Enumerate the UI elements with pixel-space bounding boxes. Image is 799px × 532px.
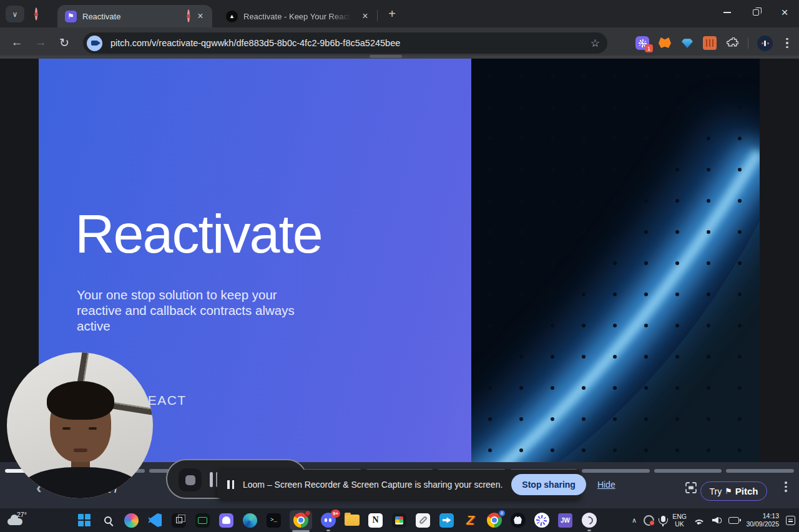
- edge-icon: [243, 513, 257, 528]
- ms-store-app[interactable]: [391, 513, 407, 528]
- minimize-button[interactable]: [713, 0, 742, 25]
- edge-app[interactable]: [242, 513, 258, 528]
- wifi-icon[interactable]: [694, 516, 705, 525]
- screen: ∨ ⚑ Reactivate × ▲ Reactivate - Keep You…: [0, 0, 799, 532]
- bittorrent-app[interactable]: [581, 513, 597, 528]
- discord-app[interactable]: 9+: [320, 513, 336, 528]
- bookmark-star-icon[interactable]: ☆: [591, 37, 600, 50]
- folder-icon: [345, 515, 360, 526]
- github-app[interactable]: [510, 513, 526, 528]
- player-menu-button[interactable]: [780, 481, 792, 492]
- restore-icon: [753, 9, 759, 16]
- browser-menu-button[interactable]: [782, 38, 793, 49]
- weather-widget[interactable]: 27°: [6, 511, 36, 530]
- cube-app[interactable]: [171, 513, 187, 528]
- chevron-down-icon: ∨: [12, 10, 18, 19]
- forward-button[interactable]: →: [31, 33, 50, 52]
- clock-widget[interactable]: 14:13 30/09/2025: [746, 512, 779, 528]
- notion-app[interactable]: N: [368, 513, 383, 528]
- chrome-overlay-badge: [305, 510, 311, 516]
- progress-segment[interactable]: [582, 469, 650, 473]
- vscode-app[interactable]: [147, 513, 163, 528]
- terminal-icon: >_: [267, 513, 281, 528]
- running-indicator: [326, 530, 330, 531]
- z-app[interactable]: Z: [463, 513, 478, 528]
- tab-reactivate-app[interactable]: ▲ Reactivate - Keep Your Reactive ×: [222, 5, 377, 27]
- battery-icon[interactable]: [728, 517, 739, 524]
- language-switcher[interactable]: ENG UK: [672, 513, 687, 528]
- arrow-right-icon: [439, 513, 454, 528]
- loom-app[interactable]: [534, 513, 549, 528]
- hide-link[interactable]: Hide: [597, 480, 615, 490]
- back-button[interactable]: ←: [7, 33, 26, 52]
- tab-reactivate[interactable]: ⚑ Reactivate ×: [57, 5, 212, 27]
- copilot-app[interactable]: [124, 513, 139, 528]
- cube-icon: [172, 513, 186, 528]
- z-icon: Z: [466, 513, 474, 528]
- clip-app[interactable]: [415, 513, 431, 528]
- time-label: 14:13: [763, 512, 779, 520]
- github-icon: [511, 513, 526, 528]
- windows-icon: [78, 514, 91, 526]
- stop-sharing-button[interactable]: Stop sharing: [511, 474, 586, 495]
- progress-segment[interactable]: [726, 469, 794, 473]
- jw-app[interactable]: JW: [557, 513, 573, 528]
- pitch-logo-icon: ⚑: [725, 486, 732, 496]
- reload-button[interactable]: ↻: [55, 33, 74, 52]
- tab-close-button[interactable]: ×: [195, 11, 206, 21]
- slide-subtitle: Your one stop solution to keep your reac…: [77, 287, 300, 334]
- try-pitch-button[interactable]: Try ⚑ Pitch: [700, 481, 767, 501]
- chrome-app-2[interactable]: 8: [486, 513, 502, 528]
- share-message: Loom – Screen Recorder & Screen Capture …: [243, 480, 502, 490]
- download-manager-app[interactable]: [439, 513, 454, 528]
- audio-extension-icon[interactable]: [703, 36, 717, 50]
- ai-extension-icon[interactable]: 1: [635, 36, 649, 50]
- chrome-app-active[interactable]: [290, 510, 312, 530]
- drag-handle[interactable]: [370, 55, 402, 58]
- pinned-apps: >_ 9+ N Z 8 JW: [76, 508, 597, 532]
- notification-center-icon[interactable]: [786, 516, 795, 525]
- metamask-extension-icon[interactable]: [658, 36, 672, 50]
- loom-icon: [534, 513, 549, 528]
- start-button[interactable]: [76, 513, 92, 528]
- capture-app[interactable]: [195, 513, 210, 528]
- stop-icon: [185, 475, 195, 485]
- webcam-bubble[interactable]: [7, 352, 153, 498]
- progress-segment[interactable]: [654, 469, 722, 473]
- profile-avatar[interactable]: [757, 36, 773, 51]
- phantom-app[interactable]: [218, 513, 234, 528]
- running-indicator: [587, 530, 591, 531]
- terminal-app[interactable]: >_: [266, 513, 282, 528]
- extensions-puzzle-icon[interactable]: [725, 36, 739, 50]
- loom-recording-tray-icon[interactable]: [644, 515, 654, 526]
- gem-extension-icon[interactable]: [680, 36, 694, 50]
- store-icon: [392, 513, 406, 528]
- file-explorer-app[interactable]: [344, 513, 360, 528]
- recording-indicator-icon: [35, 9, 37, 20]
- temperature-label: 27°: [17, 511, 27, 518]
- microphone-icon[interactable]: [661, 516, 665, 522]
- volume-icon[interactable]: [712, 517, 722, 524]
- window-controls: ×: [713, 0, 799, 25]
- tray-expand-button[interactable]: ∧: [632, 516, 637, 525]
- notion-icon: N: [368, 513, 383, 528]
- loom-stop-button[interactable]: [179, 468, 202, 491]
- tab-capture-icon: [87, 36, 102, 51]
- pitch-brand-label: Pitch: [735, 486, 758, 496]
- new-tab-button[interactable]: +: [383, 5, 401, 22]
- person-head: [50, 386, 111, 462]
- cloud-icon: [7, 518, 22, 525]
- tab-search-button[interactable]: ∨: [6, 6, 24, 22]
- address-bar[interactable]: pitch.com/v/reactivate-qgwwkh/dfe883d5-8…: [83, 32, 607, 54]
- tab-close-button[interactable]: ×: [360, 11, 371, 21]
- taskbar-search-button[interactable]: [100, 513, 115, 528]
- torrent-icon: [582, 513, 597, 528]
- fullscreen-icon: [684, 481, 698, 495]
- ghost-icon: [219, 513, 233, 528]
- close-button[interactable]: ×: [770, 0, 799, 25]
- chrome-icon: [293, 513, 308, 528]
- restore-button[interactable]: [742, 0, 770, 25]
- chrome-count-badge: 8: [498, 510, 506, 517]
- url-text: pitch.com/v/reactivate-qgwwkh/dfe883d5-8…: [110, 38, 591, 48]
- fullscreen-button[interactable]: [684, 481, 698, 497]
